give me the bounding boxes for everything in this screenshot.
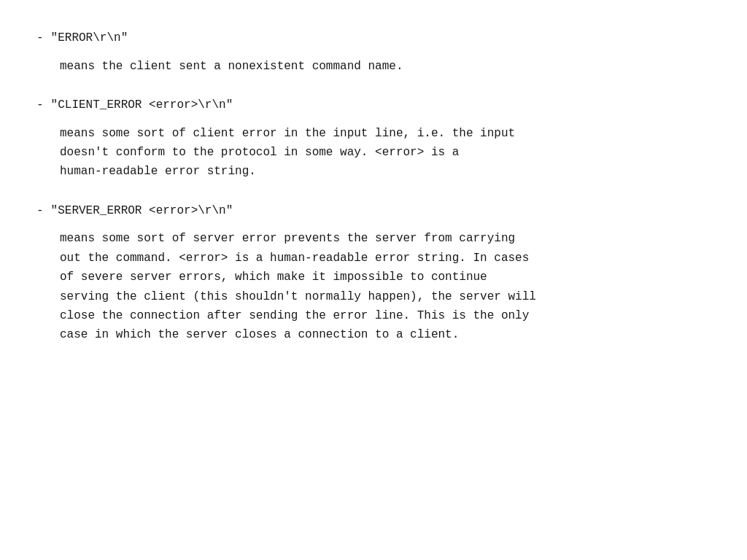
dash-client-error: - <box>36 96 44 115</box>
section-header-server-error: -"SERVER_ERROR <error>\r\n" <box>36 202 711 221</box>
dash-error: - <box>36 29 44 48</box>
section-text-error: means the client sent a nonexistent comm… <box>60 57 711 76</box>
dash-server-error: - <box>36 202 44 221</box>
doc-section-client-error: -"CLIENT_ERROR <error>\r\n"means some so… <box>36 96 711 182</box>
section-header-client-error: -"CLIENT_ERROR <error>\r\n" <box>36 96 711 115</box>
section-header-error: -"ERROR\r\n" <box>36 29 711 48</box>
section-text-server-error: means some sort of server error prevents… <box>60 229 711 344</box>
section-body-client-error: means some sort of client error in the i… <box>60 124 711 182</box>
doc-section-server-error: -"SERVER_ERROR <error>\r\n"means some so… <box>36 202 711 345</box>
section-text-client-error: means some sort of client error in the i… <box>60 124 711 182</box>
section-body-server-error: means some sort of server error prevents… <box>60 229 711 344</box>
code-label-error: "ERROR\r\n" <box>51 29 128 48</box>
code-label-client-error: "CLIENT_ERROR <error>\r\n" <box>51 96 233 115</box>
section-body-error: means the client sent a nonexistent comm… <box>60 57 711 76</box>
code-label-server-error: "SERVER_ERROR <error>\r\n" <box>51 202 233 221</box>
doc-section-error: -"ERROR\r\n"means the client sent a none… <box>36 29 711 76</box>
doc-content: -"ERROR\r\n"means the client sent a none… <box>36 29 711 345</box>
